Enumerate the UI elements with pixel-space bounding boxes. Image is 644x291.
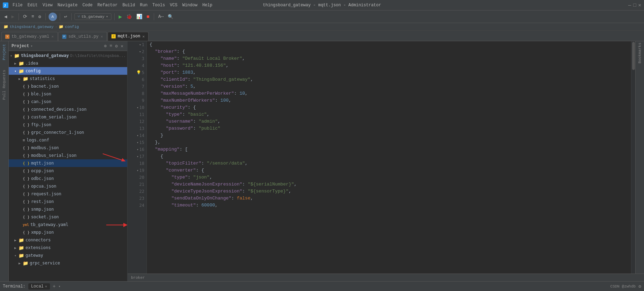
tab-yaml-close[interactable]: ✕ [51, 34, 54, 39]
sidebar-item-config[interactable]: ▾ 📁 config [9, 67, 127, 75]
menu-window[interactable]: Window [180, 2, 200, 8]
sidebar-item-gateway[interactable]: ▾ 📁 gateway [9, 252, 127, 259]
sidebar-item-odbc[interactable]: { } odbc.json [9, 175, 127, 182]
sidebar-item-custom-serial[interactable]: { } custom_serial.json [9, 113, 127, 121]
sidebar-item-opcua[interactable]: { } opcua.json [9, 182, 127, 190]
sidebar-item-logs[interactable]: ≡ logs.conf [9, 136, 127, 144]
sidebar-settings-icon[interactable]: ⚙ [114, 43, 119, 49]
sidebar-item-ble[interactable]: { } ble.json [9, 90, 127, 98]
tab-json-close[interactable]: ✕ [143, 34, 145, 39]
sidebar-item-bacnet[interactable]: { } bacnet.json [9, 82, 127, 90]
profile-btn[interactable]: 📊 [135, 13, 144, 20]
tab-py[interactable]: P sdk_utils.py ✕ [58, 32, 107, 41]
extensions-chevron-icon[interactable]: ▶ [14, 246, 19, 250]
fold-19[interactable]: ▾ [137, 167, 138, 174]
fold-15[interactable]: ▾ [137, 139, 138, 146]
menu-navigate[interactable]: Navigate [55, 2, 80, 8]
menu-file[interactable]: File [10, 2, 25, 8]
sidebar-item-grpc[interactable]: { } grpc_connector_1.json [9, 129, 127, 136]
sidebar-item-socket[interactable]: { } socket.json [9, 213, 127, 221]
user-icon[interactable]: A [49, 13, 57, 21]
sidebar-item-ocpp[interactable]: { } ocpp.json [9, 167, 127, 175]
sidebar-item-modbus[interactable]: { } modbus.json [9, 144, 127, 152]
scrollbar-thumb[interactable] [632, 42, 635, 70]
sidebar-item-xmpp[interactable]: { } xmpp.json [9, 228, 127, 236]
menu-refactor[interactable]: Refactor [95, 2, 120, 8]
menu-build[interactable]: Build [120, 2, 137, 8]
toolbar-sync-btn[interactable]: ⟳ [22, 13, 29, 20]
sidebar-item-idea[interactable]: ▶ 📁 .idea [9, 59, 127, 67]
menu-vcs[interactable]: VCS [168, 2, 180, 8]
sidebar-close-icon[interactable]: ✕ [120, 43, 124, 49]
terminal-close-icon[interactable]: ✕ [45, 284, 47, 289]
sidebar-item-can[interactable]: { } can.json [9, 98, 127, 106]
settings-gear-icon[interactable]: ⚙ [638, 284, 641, 289]
breadcrumb-config[interactable]: config [65, 25, 79, 29]
stop-btn[interactable]: ■ [145, 13, 151, 20]
toolbar-back-btn[interactable]: ◀ [3, 13, 8, 20]
menu-tools[interactable]: Tools [150, 2, 167, 8]
sidebar-item-modbus-serial[interactable]: { } modbus_serial.json [9, 152, 127, 159]
fold-14[interactable]: ▾ [137, 132, 138, 139]
bookmarks-icon[interactable]: Bookmarks [638, 43, 642, 63]
fold-16[interactable]: ▾ [137, 146, 138, 153]
sidebar-item-statistics[interactable]: ▶ 📁 statistics [9, 75, 127, 82]
add-icon[interactable]: ⊕ [103, 43, 108, 49]
tab-py-label: sdk_utils.py [68, 34, 99, 39]
config-chevron-icon[interactable]: ▾ [14, 69, 19, 73]
editor-scrollbar[interactable] [631, 41, 635, 274]
sidebar-item-connected[interactable]: { } connected_devices.json [9, 106, 127, 113]
toolbar-settings-btn[interactable]: ⚙ [37, 13, 43, 20]
debug-btn[interactable]: 🐞 [125, 13, 133, 20]
menu-edit[interactable]: Edit [26, 2, 40, 8]
fold-1[interactable]: ▾ [139, 41, 141, 48]
menu-view[interactable]: View [41, 2, 55, 8]
toolbar-forward-btn[interactable]: ▶ [10, 13, 15, 20]
close-btn[interactable]: ✕ [638, 2, 641, 8]
tab-json[interactable]: J mqtt.json ✕ [108, 32, 149, 41]
project-panel-icon[interactable]: Project [2, 44, 6, 60]
code-editor[interactable]: { "broker": { "name": "Default Local Bro… [147, 41, 631, 274]
translate-btn[interactable]: A↔ [157, 13, 165, 20]
sidebar-item-connectors[interactable]: ▶ 📁 connectors [9, 236, 127, 244]
branch-selector[interactable]: ⑂ tb_gateway ▾ [74, 13, 111, 20]
sidebar-item-request[interactable]: { } request.json [9, 190, 127, 198]
gateway-chevron-icon[interactable]: ▾ [14, 254, 19, 257]
sidebar-item-mqtt[interactable]: { } mqtt.json [9, 159, 127, 167]
menu-code[interactable]: Code [80, 2, 95, 8]
root-chevron-icon[interactable]: ▾ [10, 54, 14, 58]
toolbar-list-btn[interactable]: ≡ [30, 13, 36, 20]
terminal-local-tab[interactable]: Local ✕ [28, 283, 50, 290]
terminal-chevron-btn[interactable]: ▾ [58, 284, 60, 289]
fold-10[interactable]: ▾ [137, 104, 138, 111]
json-icon-request: { } [23, 192, 30, 196]
sidebar-item-rest[interactable]: { } rest.json [9, 198, 127, 205]
sidebar-item-tb-gateway-yaml[interactable]: yml tb_gateway.yaml [9, 221, 127, 228]
sidebar-item-extensions[interactable]: ▶ 📁 extensions [9, 244, 127, 252]
tab-py-close[interactable]: ✕ [101, 34, 103, 39]
idea-chevron-icon[interactable]: ▶ [14, 61, 19, 65]
sidebar-item-grpc-service[interactable]: ▶ 📁 grpc_service [9, 259, 127, 267]
collapse-all-icon[interactable]: ≡ [109, 43, 114, 49]
menu-help[interactable]: Help [200, 2, 215, 8]
pull-requests-icon[interactable]: Pull Requests [2, 70, 6, 100]
undo-btn[interactable]: ↩ [63, 13, 68, 20]
run-btn[interactable]: ▶ [117, 13, 124, 21]
connectors-chevron-icon[interactable]: ▶ [14, 238, 19, 242]
breadcrumb-root[interactable]: thingsboard_gateway [10, 25, 53, 29]
sidebar-dropdown-icon[interactable]: ▾ [30, 44, 32, 48]
restore-btn[interactable]: □ [633, 2, 636, 8]
sidebar-item-ftp[interactable]: { } ftp.json [9, 121, 127, 129]
fold-2[interactable]: ▾ [139, 48, 141, 55]
xmpp-label: xmpp.json [31, 230, 54, 235]
search-everywhere-btn[interactable]: 🔍 [166, 13, 175, 20]
menu-run[interactable]: Run [138, 2, 150, 8]
fold-17[interactable]: ▾ [137, 153, 138, 160]
minimize-btn[interactable]: — [628, 2, 631, 8]
add-terminal-btn[interactable]: + [53, 284, 56, 289]
sidebar-item-snmp[interactable]: { } snmp.json [9, 205, 127, 213]
tab-yaml[interactable]: Y tb_gateway.yaml ✕ [1, 32, 58, 41]
statistics-chevron-icon[interactable]: ▶ [19, 77, 23, 81]
grpc-service-chevron-icon[interactable]: ▶ [19, 261, 23, 265]
tree-root[interactable]: ▾ 📁 thingsboard_gateway D:\Ideafile\thin… [9, 52, 127, 59]
